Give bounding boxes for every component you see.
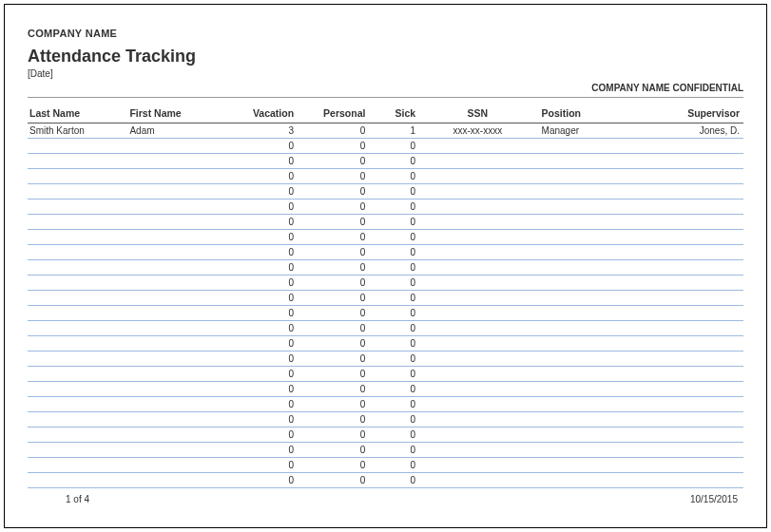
cell-ssn — [421, 245, 535, 260]
table-row: 000 — [28, 154, 743, 169]
table-row: 000 — [28, 276, 743, 291]
cell-last-name — [28, 397, 127, 412]
cell-sick: 0 — [371, 412, 421, 428]
cell-sick: 0 — [371, 306, 421, 321]
cell-personal: 0 — [299, 397, 371, 412]
cell-sick: 0 — [371, 428, 421, 443]
table-row: 000 — [28, 336, 743, 352]
cell-vacation: 0 — [228, 276, 299, 291]
cell-last-name — [28, 428, 127, 443]
cell-last-name — [28, 184, 127, 200]
cell-position — [536, 154, 636, 169]
table-body: Smith KartonAdam301xxx-xx-xxxxManagerJon… — [28, 124, 743, 488]
cell-personal: 0 — [299, 139, 371, 154]
cell-vacation: 0 — [228, 215, 299, 230]
company-name: COMPANY NAME — [28, 28, 743, 39]
cell-position: Manager — [536, 124, 636, 139]
cell-first-name — [127, 291, 227, 306]
cell-position — [536, 458, 636, 473]
cell-vacation: 0 — [228, 306, 299, 321]
cell-ssn — [421, 428, 535, 443]
cell-ssn — [421, 412, 535, 428]
cell-personal: 0 — [299, 458, 371, 473]
cell-vacation: 0 — [228, 367, 299, 382]
cell-supervisor — [636, 260, 743, 276]
cell-last-name — [28, 321, 127, 336]
cell-vacation: 0 — [228, 154, 299, 169]
cell-sick: 0 — [371, 291, 421, 306]
cell-sick: 0 — [371, 169, 421, 184]
cell-position — [536, 230, 636, 245]
cell-position — [536, 352, 636, 367]
cell-ssn — [421, 336, 535, 352]
cell-personal: 0 — [299, 291, 371, 306]
cell-ssn — [421, 291, 535, 306]
cell-first-name — [127, 169, 227, 184]
cell-position — [536, 336, 636, 352]
cell-position — [536, 245, 636, 260]
cell-ssn — [421, 306, 535, 321]
cell-position — [536, 473, 636, 488]
cell-vacation: 0 — [228, 184, 299, 200]
cell-vacation: 0 — [228, 412, 299, 428]
cell-vacation: 0 — [228, 382, 299, 397]
cell-ssn — [421, 367, 535, 382]
cell-vacation: 0 — [228, 321, 299, 336]
cell-last-name — [28, 200, 127, 215]
cell-first-name — [127, 184, 227, 200]
cell-last-name — [28, 260, 127, 276]
cell-position — [536, 169, 636, 184]
table-row: 000 — [28, 200, 743, 215]
cell-first-name — [127, 306, 227, 321]
cell-sick: 1 — [371, 124, 421, 139]
cell-first-name — [127, 397, 227, 412]
cell-last-name — [28, 352, 127, 367]
col-vacation: Vacation — [228, 104, 299, 124]
cell-first-name — [127, 276, 227, 291]
attendance-table: Last Name First Name Vacation Personal S… — [28, 104, 743, 488]
cell-personal: 0 — [299, 412, 371, 428]
cell-last-name — [28, 169, 127, 184]
cell-sick: 0 — [371, 367, 421, 382]
cell-vacation: 3 — [228, 124, 299, 139]
table-row: 000 — [28, 382, 743, 397]
cell-supervisor — [636, 458, 743, 473]
cell-first-name: Adam — [127, 124, 227, 139]
date-placeholder: [Date] — [28, 68, 743, 79]
cell-last-name — [28, 382, 127, 397]
cell-first-name — [127, 443, 227, 458]
table-row: 000 — [28, 184, 743, 200]
cell-ssn — [421, 184, 535, 200]
cell-supervisor — [636, 443, 743, 458]
cell-personal: 0 — [299, 382, 371, 397]
table-row: 000 — [28, 458, 743, 473]
cell-last-name — [28, 215, 127, 230]
cell-position — [536, 443, 636, 458]
cell-ssn — [421, 215, 535, 230]
cell-last-name — [28, 139, 127, 154]
cell-personal: 0 — [299, 336, 371, 352]
cell-ssn — [421, 200, 535, 215]
cell-ssn — [421, 139, 535, 154]
cell-first-name — [127, 245, 227, 260]
cell-personal: 0 — [299, 230, 371, 245]
cell-personal: 0 — [299, 154, 371, 169]
cell-personal: 0 — [299, 215, 371, 230]
table-row: 000 — [28, 321, 743, 336]
cell-sick: 0 — [371, 382, 421, 397]
cell-personal: 0 — [299, 428, 371, 443]
cell-ssn — [421, 321, 535, 336]
cell-supervisor — [636, 230, 743, 245]
table-row: 000 — [28, 291, 743, 306]
document-page: COMPANY NAME Attendance Tracking [Date] … — [4, 4, 767, 528]
cell-supervisor: Jones, D. — [636, 124, 743, 139]
cell-vacation: 0 — [228, 260, 299, 276]
cell-position — [536, 184, 636, 200]
cell-supervisor — [636, 412, 743, 428]
table-row: 000 — [28, 260, 743, 276]
page-indicator: 1 of 4 — [66, 494, 89, 504]
cell-supervisor — [636, 336, 743, 352]
cell-supervisor — [636, 200, 743, 215]
footer: 1 of 4 10/15/2015 — [28, 488, 743, 504]
cell-supervisor — [636, 245, 743, 260]
